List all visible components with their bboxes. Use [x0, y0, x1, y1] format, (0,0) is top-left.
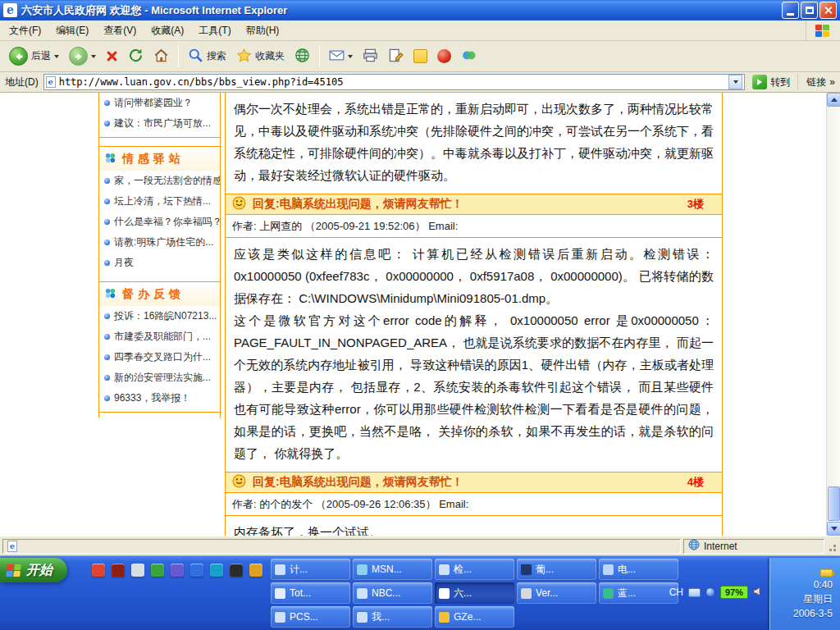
window-icon [439, 564, 450, 575]
forward-button[interactable] [65, 44, 100, 68]
reply-floor-badge: 3楼 [687, 197, 715, 212]
taskbar-button[interactable]: PCS... [271, 606, 350, 628]
qq-button[interactable] [433, 47, 455, 66]
quicklaunch-icon[interactable] [210, 564, 223, 577]
bullet-icon [104, 375, 110, 381]
sidebar-link[interactable]: 投诉：16路皖N07213... [99, 306, 220, 326]
back-button[interactable]: 后退 [5, 44, 63, 68]
quicklaunch-icon[interactable] [131, 564, 144, 577]
quicklaunch-icon[interactable] [190, 564, 203, 577]
start-label: 开始 [26, 562, 52, 579]
taskbar-button[interactable]: 蓝... [599, 582, 678, 604]
favorites-star-icon [236, 48, 252, 66]
quicklaunch-icon[interactable] [112, 564, 125, 577]
quicklaunch-icon[interactable] [151, 564, 164, 577]
menu-view[interactable]: 查看(V) [96, 21, 144, 41]
keyboard-icon[interactable] [688, 588, 701, 597]
home-button[interactable] [149, 45, 173, 68]
search-button[interactable]: 搜索 [184, 45, 231, 68]
tray-status-icon[interactable] [705, 587, 715, 597]
messenger-button[interactable] [457, 45, 481, 68]
taskbar-button[interactable]: Tot... [271, 582, 350, 604]
menu-edit[interactable]: 编辑(E) [48, 21, 96, 41]
taskbar-button[interactable]: 计... [271, 559, 350, 580]
taskbar-button[interactable]: GZe... [435, 606, 514, 628]
sidebar-link[interactable]: 月夜 [99, 253, 220, 273]
status-bar: Internet [0, 536, 840, 555]
reply-paragraph: 这个是微软官方对这个error code的解释， 0x10000050 erro… [234, 309, 714, 464]
edit-button[interactable] [384, 45, 408, 68]
minimize-button[interactable] [782, 2, 799, 19]
taskbar-button[interactable]: NBC... [353, 582, 432, 604]
resize-grip[interactable] [827, 540, 838, 553]
reply-floor-badge: 4楼 [687, 475, 715, 490]
messenger-icon [461, 48, 477, 66]
sidebar-section-feedback: 督办反馈 [99, 281, 220, 306]
links-bar[interactable]: 链接 » [797, 74, 835, 90]
sidebar-link[interactable]: 新的治安管理法实施... [99, 368, 220, 388]
windows-flag-icon [815, 25, 829, 37]
reply-title: 回复:电脑系统出现问题，烦请网友帮忙！ [253, 197, 463, 212]
address-dropdown-button[interactable] [728, 75, 742, 89]
scroll-down-button[interactable] [827, 522, 840, 536]
links-chevron[interactable]: » [829, 76, 835, 88]
battery-level-badge[interactable]: 97% [720, 586, 748, 599]
sidebar-link[interactable]: 什么是幸福？你幸福吗？ [99, 212, 220, 232]
ie-window-icon [439, 588, 450, 599]
task-label: 六... [454, 587, 472, 600]
menu-help[interactable]: 帮助(H) [239, 21, 287, 41]
back-dropdown-caret[interactable] [54, 55, 59, 58]
close-button[interactable] [819, 2, 837, 19]
forward-dropdown-caret[interactable] [91, 55, 96, 58]
volume-icon[interactable] [753, 587, 763, 599]
task-label: NBC... [372, 587, 400, 599]
quicklaunch-icon[interactable] [249, 564, 262, 577]
taskbar-button[interactable]: 电... [599, 559, 678, 580]
sidebar-link[interactable]: 市建委及职能部门，... [99, 326, 220, 347]
language-indicator[interactable]: CH [669, 587, 683, 598]
toolbar-separator [178, 45, 179, 67]
sidebar-link[interactable]: 坛上冷清，坛下热情... [99, 191, 220, 212]
quicklaunch-icon[interactable] [171, 564, 184, 577]
quicklaunch-icon[interactable] [230, 564, 243, 577]
scroll-thumb[interactable] [828, 486, 840, 521]
taskbar-button[interactable]: Ver... [517, 582, 596, 604]
go-button[interactable]: 转到 [750, 74, 792, 90]
taskbar-button[interactable]: 我... [353, 606, 432, 628]
sidebar-link[interactable]: 请教:明珠广场住宅的... [99, 232, 220, 253]
favorites-button[interactable]: 收藏夹 [232, 45, 289, 68]
start-button[interactable]: 开始 [0, 558, 67, 582]
quick-launch-bar [92, 564, 262, 577]
taskbar-button[interactable]: 检... [435, 559, 514, 580]
bullet-icon [104, 219, 110, 225]
sidebar-link[interactable]: 家，一段无法割舍的情感 [99, 171, 220, 191]
sidebar-link[interactable]: 请问带都婆园业？ [99, 93, 220, 113]
sidebar-link[interactable]: 建议：市民广场可放... [99, 113, 220, 134]
stop-button[interactable] [102, 48, 122, 65]
scroll-up-button[interactable] [827, 93, 840, 107]
taskbar-button-active[interactable]: 六... [435, 582, 514, 604]
menu-favorites[interactable]: 收藏(A) [144, 21, 191, 41]
vertical-scrollbar[interactable] [826, 93, 840, 536]
maximize-button[interactable] [801, 2, 818, 19]
taskbar-button[interactable]: 葡... [517, 559, 596, 580]
address-input[interactable]: http://www.luan.gov.cn/bbs/bbs_view.php?… [43, 74, 746, 90]
quicklaunch-icon[interactable] [92, 564, 105, 577]
history-button[interactable] [290, 45, 314, 68]
notes-icon [413, 49, 427, 63]
sidebar-link[interactable]: 96333，我举报！ [99, 388, 220, 409]
notes-button[interactable] [409, 47, 431, 66]
taskbar-button[interactable]: MSN... [353, 559, 432, 580]
print-button[interactable] [358, 45, 382, 68]
refresh-button[interactable] [124, 45, 148, 68]
window-icon [275, 612, 285, 623]
clock-panel[interactable]: 0:40 星期日 2006-3-5 [769, 558, 840, 630]
mail-button[interactable] [325, 45, 357, 68]
menu-tools[interactable]: 工具(T) [191, 21, 238, 41]
mail-dropdown-caret[interactable] [348, 55, 353, 58]
qq-icon [437, 49, 451, 63]
menu-file[interactable]: 文件(F) [2, 21, 48, 41]
clock-weekday: 星期日 [803, 592, 833, 606]
window-icon [275, 564, 285, 575]
sidebar-link[interactable]: 四季春交叉路口为什... [99, 347, 220, 368]
